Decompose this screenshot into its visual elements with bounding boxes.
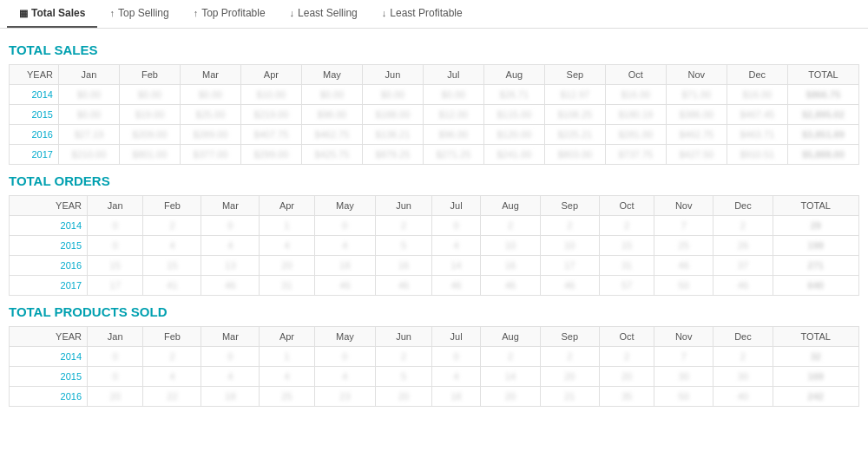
- col-header-apr: Apr: [240, 65, 301, 85]
- total-cell: $866.75: [787, 85, 858, 105]
- tab-least-profitable[interactable]: ↓Least Profitable: [370, 0, 475, 28]
- data-cell: 14: [431, 256, 481, 276]
- tab-icon-least-selling: ↓: [290, 8, 295, 18]
- data-table: YEARJanFebMarAprMayJunJulAugSepOctNovDec…: [9, 64, 859, 165]
- main-content: TOTAL SALESYEARJanFebMarAprMayJunJulAugS…: [0, 29, 868, 461]
- col-header-sep: Sep: [540, 327, 599, 347]
- tab-total-sales[interactable]: ▦Total Sales: [7, 0, 97, 28]
- year-cell[interactable]: 2017: [10, 145, 59, 165]
- data-cell: 2: [143, 216, 201, 236]
- data-cell: $16.00: [727, 85, 787, 105]
- col-header-dec: Dec: [713, 327, 773, 347]
- data-cell: $462.75: [301, 125, 362, 145]
- col-header-may: May: [314, 327, 376, 347]
- table-row: 201402010202227229: [10, 216, 859, 236]
- data-cell: 4: [431, 236, 481, 256]
- data-cell: $16.00: [605, 85, 666, 105]
- col-header-jul: Jul: [431, 196, 481, 216]
- data-table: YEARJanFebMarAprMayJunJulAugSepOctNovDec…: [9, 326, 859, 407]
- year-cell[interactable]: 2015: [10, 236, 88, 256]
- year-cell[interactable]: 2015: [10, 367, 88, 387]
- col-header-may: May: [314, 196, 376, 216]
- data-cell: $180.19: [605, 105, 666, 125]
- data-cell: 2: [599, 216, 654, 236]
- data-cell: 22: [143, 387, 201, 407]
- data-cell: $281.00: [605, 125, 666, 145]
- col-header-jul: Jul: [431, 327, 481, 347]
- total-cell: 169: [773, 367, 858, 387]
- tab-least-selling[interactable]: ↓Least Selling: [278, 0, 370, 28]
- col-header-may: May: [301, 65, 362, 85]
- data-cell: 14: [481, 367, 540, 387]
- data-cell: 4: [431, 367, 481, 387]
- total-cell: 199: [773, 236, 858, 256]
- data-cell: 2: [599, 347, 654, 367]
- data-cell: 50: [654, 276, 713, 296]
- data-cell: $0.00: [58, 85, 119, 105]
- data-cell: 21: [540, 387, 599, 407]
- data-cell: 25: [654, 236, 713, 256]
- data-cell: $0.00: [180, 85, 240, 105]
- data-cell: 2: [540, 347, 599, 367]
- data-cell: 46: [314, 276, 376, 296]
- data-cell: 0: [88, 216, 143, 236]
- data-cell: 0: [88, 347, 143, 367]
- data-cell: 2: [713, 347, 773, 367]
- data-cell: 50: [654, 387, 713, 407]
- col-header-jun: Jun: [362, 65, 423, 85]
- table-row: 2015$0.00$19.00$25.00$219.00$98.00$188.0…: [10, 105, 859, 125]
- data-cell: $120.00: [483, 125, 544, 145]
- tab-top-profitable[interactable]: ↑Top Profitable: [181, 0, 278, 28]
- table-row: 2016202218252320182021355040242: [10, 387, 859, 407]
- data-cell: 20: [599, 367, 654, 387]
- year-cell[interactable]: 2014: [10, 216, 88, 236]
- table-row: 2016151513201816141617314637271: [10, 256, 859, 276]
- data-cell: 10: [481, 236, 540, 256]
- year-cell[interactable]: 2014: [10, 347, 88, 367]
- data-cell: 0: [431, 216, 481, 236]
- section-total-products-sold: TOTAL PRODUCTS SOLDYEARJanFebMarAprMayJu…: [9, 304, 859, 407]
- data-cell: 31: [599, 256, 654, 276]
- data-cell: $737.75: [605, 145, 666, 165]
- data-cell: 46: [201, 276, 260, 296]
- data-cell: 17: [88, 276, 143, 296]
- data-cell: 46: [431, 276, 481, 296]
- data-cell: 5: [376, 236, 431, 256]
- section-total-sales: TOTAL SALESYEARJanFebMarAprMayJunJulAugS…: [9, 42, 859, 165]
- data-cell: $271.25: [423, 145, 483, 165]
- year-cell[interactable]: 2016: [10, 387, 88, 407]
- data-cell: 2: [481, 347, 540, 367]
- data-cell: $463.71: [727, 125, 787, 145]
- tab-top-selling[interactable]: ↑Top Selling: [97, 0, 181, 28]
- col-header-nov: Nov: [654, 196, 713, 216]
- year-cell[interactable]: 2016: [10, 125, 59, 145]
- data-cell: $377.00: [180, 145, 240, 165]
- total-cell: $3,851.89: [787, 125, 858, 145]
- col-header-nov: Nov: [666, 65, 727, 85]
- data-cell: $425.75: [301, 145, 362, 165]
- year-cell[interactable]: 2015: [10, 105, 59, 125]
- col-header-jun: Jun: [376, 327, 431, 347]
- tab-icon-least-profitable: ↓: [382, 8, 387, 18]
- data-cell: $0.00: [119, 85, 180, 105]
- col-header-dec: Dec: [727, 65, 787, 85]
- col-header-year: YEAR: [10, 65, 59, 85]
- data-cell: 13: [201, 256, 260, 276]
- data-cell: 1: [260, 347, 314, 367]
- section-title: TOTAL ORDERS: [9, 173, 859, 188]
- data-cell: 4: [143, 367, 201, 387]
- tab-label-least-selling: Least Selling: [298, 7, 358, 19]
- data-cell: $0.00: [58, 105, 119, 125]
- year-cell[interactable]: 2016: [10, 256, 88, 276]
- table-row: 2017174146314646464646575046640: [10, 276, 859, 296]
- col-header-jan: Jan: [58, 65, 119, 85]
- data-cell: 46: [376, 276, 431, 296]
- data-cell: 20: [376, 387, 431, 407]
- year-cell[interactable]: 2017: [10, 276, 88, 296]
- data-cell: 20: [88, 387, 143, 407]
- data-cell: $462.75: [666, 125, 727, 145]
- year-cell[interactable]: 2014: [10, 85, 59, 105]
- col-header-aug: Aug: [481, 196, 540, 216]
- data-cell: 31: [260, 276, 314, 296]
- tab-bar: ▦Total Sales↑Top Selling↑Top Profitable↓…: [0, 0, 868, 29]
